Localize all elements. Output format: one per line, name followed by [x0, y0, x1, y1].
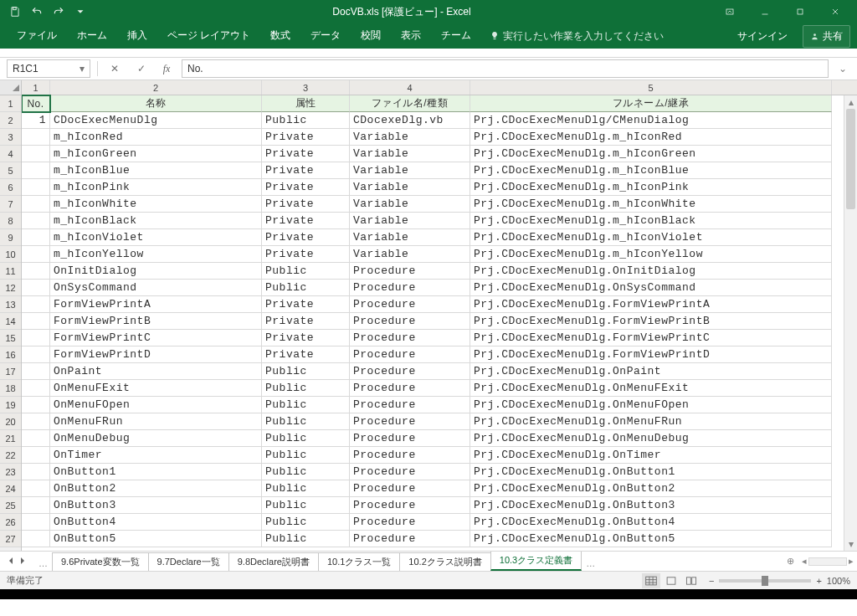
- cell[interactable]: Procedure: [350, 263, 470, 280]
- cell[interactable]: OnMenuFOpen: [50, 397, 262, 413]
- cell[interactable]: OnPaint: [50, 363, 262, 380]
- zoom-slider[interactable]: [719, 579, 811, 583]
- cell[interactable]: m_hIconWhite: [50, 196, 262, 213]
- vertical-scrollbar[interactable]: ▴ ▾: [844, 95, 857, 551]
- row-header[interactable]: 9: [0, 229, 21, 246]
- minimize-button[interactable]: [748, 1, 782, 23]
- row-header[interactable]: 6: [0, 179, 21, 196]
- cell[interactable]: [22, 464, 50, 480]
- cell[interactable]: Procedure: [350, 531, 470, 547]
- expand-formula-button[interactable]: ⌄: [835, 63, 850, 74]
- cell[interactable]: Prj.CDocExecMenuDlg.m_hIconGreen: [470, 146, 832, 162]
- cell[interactable]: Prj.CDocExecMenuDlg.OnMenuFOpen: [470, 397, 832, 413]
- row-header[interactable]: 21: [0, 430, 21, 447]
- cell[interactable]: Prj.CDocExecMenuDlg.m_hIconWhite: [470, 196, 832, 213]
- cell[interactable]: FormViewPrintD: [50, 346, 262, 363]
- cell[interactable]: Procedure: [350, 346, 470, 363]
- cell[interactable]: Procedure: [350, 380, 470, 397]
- sheet-tab[interactable]: 9.8Declare説明書: [228, 552, 319, 571]
- cell[interactable]: Procedure: [350, 313, 470, 330]
- cell[interactable]: Public: [262, 280, 350, 296]
- row-header[interactable]: 18: [0, 380, 21, 397]
- cell[interactable]: [22, 514, 50, 531]
- cell[interactable]: m_hIconBlue: [50, 162, 262, 179]
- cell[interactable]: [22, 531, 50, 547]
- cell[interactable]: Prj.CDocExecMenuDlg/CMenuDialog: [470, 112, 832, 129]
- cell[interactable]: Procedure: [350, 514, 470, 531]
- cell[interactable]: Private: [262, 162, 350, 179]
- cell[interactable]: Prj.CDocExecMenuDlg.OnButton3: [470, 497, 832, 514]
- name-box[interactable]: R1C1 ▾: [7, 59, 90, 78]
- cell[interactable]: OnTimer: [50, 447, 262, 464]
- cell[interactable]: [22, 179, 50, 196]
- column-header[interactable]: 4: [350, 80, 470, 95]
- cell[interactable]: Prj.CDocExecMenuDlg.OnButton1: [470, 464, 832, 480]
- horizontal-scrollbar[interactable]: ◂ ▸: [798, 552, 857, 571]
- cell[interactable]: Prj.CDocExecMenuDlg.FormViewPrintA: [470, 296, 832, 313]
- cell[interactable]: [22, 430, 50, 447]
- cell[interactable]: [22, 313, 50, 330]
- cell[interactable]: Variable: [350, 162, 470, 179]
- cell[interactable]: Public: [262, 464, 350, 480]
- header-cell[interactable]: ファイル名/種類: [350, 95, 470, 112]
- cell[interactable]: CDocexeDlg.vb: [350, 112, 470, 129]
- sheet-tab[interactable]: 10.2クラス説明書: [399, 552, 490, 571]
- cell[interactable]: [22, 363, 50, 380]
- cell[interactable]: [22, 296, 50, 313]
- cell[interactable]: Public: [262, 380, 350, 397]
- cell[interactable]: Procedure: [350, 296, 470, 313]
- row-header[interactable]: 23: [0, 464, 21, 480]
- cell[interactable]: FormViewPrintB: [50, 313, 262, 330]
- cell[interactable]: [22, 263, 50, 280]
- sheet-prev-button[interactable]: [7, 557, 15, 567]
- cell[interactable]: OnButton4: [50, 514, 262, 531]
- page-break-view-button[interactable]: [682, 573, 700, 588]
- cell[interactable]: Variable: [350, 229, 470, 246]
- row-header[interactable]: 17: [0, 363, 21, 380]
- ribbon-tab-3[interactable]: ページ レイアウト: [157, 23, 260, 49]
- cell[interactable]: Prj.CDocExecMenuDlg.OnSysCommand: [470, 280, 832, 296]
- cell[interactable]: Prj.CDocExecMenuDlg.m_hIconYellow: [470, 246, 832, 263]
- signin-link[interactable]: サインイン: [727, 24, 798, 49]
- cell[interactable]: OnButton3: [50, 497, 262, 514]
- header-cell[interactable]: 属性: [262, 95, 350, 112]
- cell[interactable]: Prj.CDocExecMenuDlg.FormViewPrintC: [470, 330, 832, 346]
- insert-function-button[interactable]: fx: [158, 63, 175, 75]
- cell[interactable]: m_hIconBlack: [50, 213, 262, 229]
- cell[interactable]: [22, 229, 50, 246]
- cell[interactable]: OnMenuFExit: [50, 380, 262, 397]
- ribbon-tab-8[interactable]: チーム: [431, 23, 481, 49]
- cell[interactable]: Private: [262, 179, 350, 196]
- cell[interactable]: Public: [262, 480, 350, 497]
- sheet-tab[interactable]: 10.1クラス一覧: [318, 552, 400, 571]
- cell[interactable]: Procedure: [350, 480, 470, 497]
- cell[interactable]: 1: [22, 112, 50, 129]
- cancel-formula-button[interactable]: ✕: [105, 59, 125, 78]
- row-header[interactable]: 10: [0, 246, 21, 263]
- cell[interactable]: OnButton5: [50, 531, 262, 547]
- cell[interactable]: Public: [262, 112, 350, 129]
- cell[interactable]: [22, 129, 50, 146]
- ribbon-tab-4[interactable]: 数式: [260, 23, 300, 49]
- column-header[interactable]: 3: [262, 80, 350, 95]
- cell[interactable]: Procedure: [350, 330, 470, 346]
- select-all-corner[interactable]: [0, 80, 21, 95]
- cell[interactable]: [22, 497, 50, 514]
- cell[interactable]: OnMenuFRun: [50, 413, 262, 430]
- column-header[interactable]: 1: [22, 80, 50, 95]
- cell[interactable]: [22, 213, 50, 229]
- sheet-tab-more-right[interactable]: …: [581, 556, 600, 571]
- cell[interactable]: OnMenuDebug: [50, 430, 262, 447]
- row-header[interactable]: 22: [0, 447, 21, 464]
- cell[interactable]: m_hIconRed: [50, 129, 262, 146]
- header-cell[interactable]: フルネーム/継承: [470, 95, 832, 112]
- header-cell[interactable]: 名称: [50, 95, 262, 112]
- cell[interactable]: [22, 162, 50, 179]
- save-button[interactable]: [5, 3, 25, 21]
- row-header[interactable]: 16: [0, 346, 21, 363]
- share-button[interactable]: 共有: [803, 25, 850, 48]
- normal-view-button[interactable]: [642, 573, 660, 588]
- undo-button[interactable]: [27, 3, 47, 21]
- cell[interactable]: Procedure: [350, 363, 470, 380]
- ribbon-tab-7[interactable]: 表示: [391, 23, 431, 49]
